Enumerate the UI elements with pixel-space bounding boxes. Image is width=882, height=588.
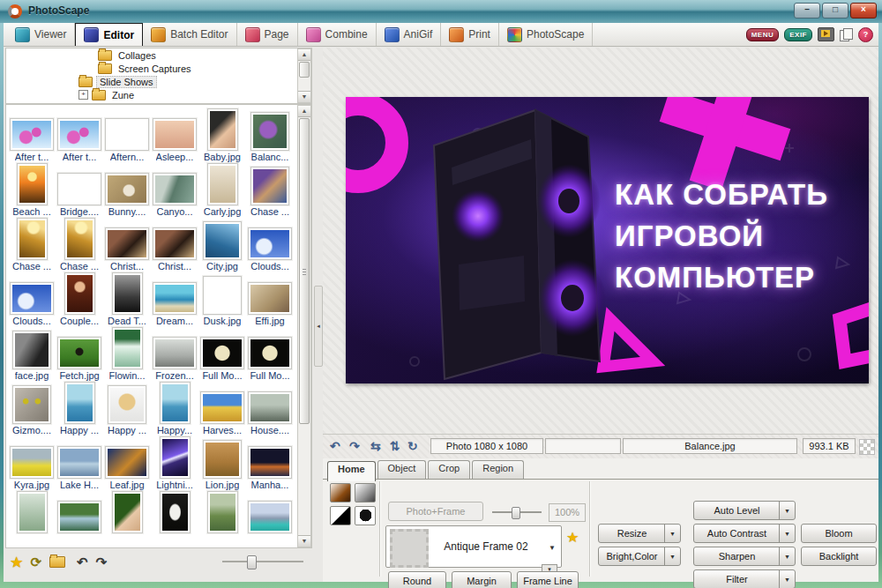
- thumb-scroll-thumb[interactable]: [299, 118, 310, 424]
- thumbnail-item[interactable]: House....: [246, 382, 294, 436]
- chevron-down-icon[interactable]: ▼: [779, 547, 795, 565]
- tree-scroll-thumb[interactable]: [299, 62, 310, 78]
- tab-home[interactable]: Home: [327, 461, 376, 481]
- copy-icon[interactable]: [840, 28, 853, 41]
- undo-icon[interactable]: ↶: [330, 438, 340, 454]
- chevron-down-icon[interactable]: ▼: [664, 547, 680, 565]
- thumbnail-scrollbar[interactable]: ▲ ▼: [297, 105, 311, 547]
- thumbnail-item[interactable]: Bridge....: [56, 163, 103, 218]
- titlebar[interactable]: PhotoScape – □ ×: [0, 0, 882, 23]
- tree-item-slide-shows[interactable]: Slide Shows: [6, 75, 311, 88]
- thumbnail-item[interactable]: Lion.jpg: [198, 436, 246, 491]
- tab-object[interactable]: Object: [377, 460, 427, 479]
- round-button[interactable]: Round: [388, 571, 446, 588]
- filter-button[interactable]: Filter ▼: [693, 569, 796, 588]
- forward-icon[interactable]: ↷: [96, 555, 108, 569]
- thumbnail-item[interactable]: [8, 491, 56, 546]
- scroll-up-icon[interactable]: ▲: [298, 106, 310, 117]
- tab-anigif[interactable]: AniGif: [377, 23, 442, 46]
- tab-viewer[interactable]: Viewer: [7, 23, 75, 46]
- frame-opacity-slider[interactable]: [492, 506, 542, 518]
- sepia-gradient-swatch[interactable]: [330, 483, 351, 502]
- favorite-frame-star-icon[interactable]: ★: [566, 529, 579, 546]
- circle-mask-swatch[interactable]: [355, 506, 376, 525]
- transparency-checker-icon[interactable]: [859, 439, 875, 455]
- thumbnail-item[interactable]: Canyo...: [151, 163, 198, 218]
- chevron-down-icon[interactable]: ▼: [779, 502, 795, 519]
- thumbnail-item[interactable]: Christ...: [103, 218, 151, 272]
- slideshow-icon[interactable]: [818, 27, 834, 41]
- thumbnail-item[interactable]: [103, 491, 151, 546]
- tab-photoscape[interactable]: PhotoScape: [499, 23, 593, 46]
- thumbnail-item[interactable]: Lightni...: [151, 436, 198, 491]
- sharpen-button[interactable]: Sharpen ▼: [693, 547, 796, 566]
- help-icon[interactable]: ?: [858, 27, 873, 42]
- exif-button[interactable]: EXIF: [784, 28, 812, 41]
- thumbnail-item[interactable]: Baby.jpg: [198, 108, 246, 163]
- thumbnail-item[interactable]: After t...: [8, 108, 56, 163]
- flip-vertical-icon[interactable]: ⇅: [390, 438, 400, 454]
- thumbnail-item[interactable]: Leaf.jpg: [103, 436, 151, 491]
- backlight-button[interactable]: Backlight: [801, 547, 877, 566]
- thumbnail-item[interactable]: Clouds...: [8, 272, 56, 327]
- tab-crop[interactable]: Crop: [428, 460, 470, 479]
- thumbnail-item[interactable]: Gizmo....: [8, 382, 56, 436]
- thumbnail-item[interactable]: Balanc...: [246, 108, 294, 163]
- tab-region[interactable]: Region: [472, 460, 524, 479]
- menu-button[interactable]: MENU: [746, 28, 780, 41]
- tab-page[interactable]: Page: [237, 23, 298, 46]
- thumbnail-item[interactable]: Harves...: [198, 382, 246, 436]
- refresh-icon[interactable]: ⟳: [30, 555, 41, 569]
- thumbnail-item[interactable]: Flowin...: [103, 327, 151, 382]
- thumbnail-item[interactable]: City.jpg: [198, 218, 246, 272]
- tab-batch-editor[interactable]: Batch Editor: [143, 23, 236, 46]
- thumbnail-item[interactable]: Chase ...: [8, 218, 56, 272]
- tree-item-zune[interactable]: +Zune: [6, 88, 311, 101]
- resize-button[interactable]: Resize ▼: [598, 524, 681, 543]
- thumbnail-item[interactable]: Dream...: [151, 272, 198, 327]
- chevron-down-icon[interactable]: ▼: [779, 525, 795, 542]
- back-icon[interactable]: ↶: [77, 555, 88, 569]
- thumbnail-item[interactable]: [198, 491, 246, 546]
- editing-canvas[interactable]: КАК СОБРАТЬ ИГРОВОЙ КОМПЬЮТЕР: [323, 48, 878, 434]
- thumbnail-item[interactable]: Full Mo...: [198, 327, 246, 382]
- thumbnail-item[interactable]: Beach ...: [8, 163, 56, 218]
- thumbnail-item[interactable]: Frozen...: [151, 327, 198, 382]
- thumbnail-item[interactable]: Happy ...: [103, 382, 151, 436]
- rotate-icon[interactable]: ↻: [407, 438, 418, 454]
- tab-editor[interactable]: Editor: [75, 23, 143, 46]
- auto-contrast-button[interactable]: Auto Contrast ▼: [693, 524, 796, 543]
- bright-color-button[interactable]: Bright,Color ▼: [598, 547, 681, 566]
- tree-scrollbar[interactable]: ▲ ▼: [297, 48, 311, 103]
- margin-button[interactable]: Margin: [452, 571, 512, 588]
- diagonal-mask-swatch[interactable]: [330, 506, 351, 525]
- minimize-button[interactable]: –: [794, 3, 820, 19]
- thumbnail-item[interactable]: Aftern...: [103, 108, 151, 163]
- thumbnail-item[interactable]: Couple...: [56, 272, 103, 327]
- thumbnail-item[interactable]: Manha...: [246, 436, 294, 491]
- thumbnail-item[interactable]: Happy...: [151, 382, 198, 436]
- frame-line-button[interactable]: Frame Line: [517, 571, 579, 588]
- thumbnail-item[interactable]: Lake H...: [56, 436, 103, 491]
- chevron-down-icon[interactable]: ▼: [664, 525, 680, 542]
- auto-level-button[interactable]: Auto Level ▼: [693, 501, 796, 520]
- tab-combine[interactable]: Combine: [298, 23, 377, 46]
- frame-select-dropdown[interactable]: Antique Frame 02 ▼: [385, 525, 562, 568]
- redo-icon[interactable]: ↷: [349, 438, 360, 454]
- thumbnail-item[interactable]: Dusk.jpg: [198, 272, 246, 327]
- thumbnail-item[interactable]: [56, 491, 103, 546]
- flip-horizontal-icon[interactable]: ⇆: [370, 438, 381, 454]
- panel-splitter[interactable]: ◂: [312, 48, 323, 575]
- thumbnail-item[interactable]: face.jpg: [8, 327, 56, 382]
- scroll-up-icon[interactable]: ▲: [298, 49, 310, 61]
- thumbnail-item[interactable]: Chase ...: [246, 163, 294, 218]
- tab-print[interactable]: Print: [441, 23, 499, 46]
- scroll-down-icon[interactable]: ▼: [298, 535, 310, 547]
- photo-preview[interactable]: КАК СОБРАТЬ ИГРОВОЙ КОМПЬЮТЕР: [346, 97, 869, 383]
- thumbnail-size-slider[interactable]: [222, 555, 303, 568]
- thumbnail-item[interactable]: Bunny....: [103, 163, 151, 218]
- thumbnail-item[interactable]: Fetch.jpg: [56, 327, 103, 382]
- thumbnail-item[interactable]: Clouds...: [246, 218, 294, 272]
- maximize-button[interactable]: □: [822, 3, 848, 19]
- thumbnail-item[interactable]: Dead T...: [103, 272, 151, 327]
